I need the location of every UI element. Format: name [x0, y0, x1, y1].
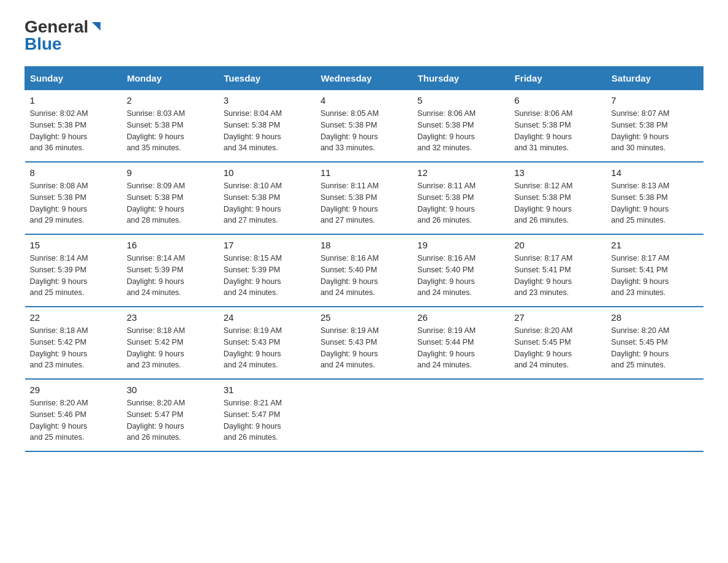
calendar-day-cell: 10 Sunrise: 8:10 AM Sunset: 5:38 PM Dayl…: [219, 162, 316, 234]
calendar-day-cell: 22 Sunrise: 8:18 AM Sunset: 5:42 PM Dayl…: [25, 307, 122, 379]
calendar-day-cell: 3 Sunrise: 8:04 AM Sunset: 5:38 PM Dayli…: [219, 90, 316, 163]
day-info: Sunrise: 8:12 AM Sunset: 5:38 PM Dayligh…: [514, 180, 601, 226]
day-info: Sunrise: 8:20 AM Sunset: 5:45 PM Dayligh…: [514, 325, 601, 371]
col-header-tuesday: Tuesday: [219, 67, 316, 90]
calendar-day-cell: 9 Sunrise: 8:09 AM Sunset: 5:38 PM Dayli…: [122, 162, 219, 234]
calendar-day-cell: 19 Sunrise: 8:16 AM Sunset: 5:40 PM Dayl…: [412, 234, 509, 307]
day-number: 19: [417, 240, 504, 250]
day-number: 27: [514, 312, 601, 323]
day-number: 31: [224, 385, 311, 395]
day-info: Sunrise: 8:10 AM Sunset: 5:38 PM Dayligh…: [224, 180, 311, 226]
day-number: 7: [611, 95, 698, 105]
calendar-table: SundayMondayTuesdayWednesdayThursdayFrid…: [25, 66, 703, 452]
day-info: Sunrise: 8:16 AM Sunset: 5:40 PM Dayligh…: [417, 253, 504, 299]
day-info: Sunrise: 8:14 AM Sunset: 5:39 PM Dayligh…: [30, 253, 117, 299]
calendar-day-cell: 26 Sunrise: 8:19 AM Sunset: 5:44 PM Dayl…: [412, 307, 509, 379]
empty-day-cell: [509, 379, 606, 451]
calendar-day-cell: 23 Sunrise: 8:18 AM Sunset: 5:42 PM Dayl…: [122, 307, 219, 379]
calendar-day-cell: 8 Sunrise: 8:08 AM Sunset: 5:38 PM Dayli…: [25, 162, 122, 234]
day-number: 20: [514, 240, 601, 250]
calendar-day-cell: 1 Sunrise: 8:02 AM Sunset: 5:38 PM Dayli…: [25, 90, 122, 163]
day-info: Sunrise: 8:08 AM Sunset: 5:38 PM Dayligh…: [30, 180, 117, 226]
calendar-day-cell: 17 Sunrise: 8:15 AM Sunset: 5:39 PM Dayl…: [219, 234, 316, 307]
day-number: 17: [224, 240, 311, 250]
day-info: Sunrise: 8:06 AM Sunset: 5:38 PM Dayligh…: [417, 108, 504, 154]
logo-arrow-icon: [89, 20, 103, 33]
day-info: Sunrise: 8:19 AM Sunset: 5:43 PM Dayligh…: [224, 325, 311, 371]
day-info: Sunrise: 8:18 AM Sunset: 5:42 PM Dayligh…: [127, 325, 214, 371]
logo-blue-text: Blue: [25, 34, 62, 54]
day-number: 29: [30, 385, 117, 395]
day-number: 1: [30, 95, 117, 105]
calendar-header-row: SundayMondayTuesdayWednesdayThursdayFrid…: [25, 67, 703, 90]
calendar-day-cell: 25 Sunrise: 8:19 AM Sunset: 5:43 PM Dayl…: [316, 307, 412, 379]
day-info: Sunrise: 8:19 AM Sunset: 5:44 PM Dayligh…: [417, 325, 504, 371]
day-info: Sunrise: 8:16 AM Sunset: 5:40 PM Dayligh…: [320, 253, 408, 299]
calendar-day-cell: 28 Sunrise: 8:20 AM Sunset: 5:45 PM Dayl…: [606, 307, 703, 379]
day-info: Sunrise: 8:20 AM Sunset: 5:46 PM Dayligh…: [30, 397, 117, 443]
day-number: 25: [320, 312, 408, 323]
day-info: Sunrise: 8:15 AM Sunset: 5:39 PM Dayligh…: [224, 253, 311, 299]
calendar-week-row: 1 Sunrise: 8:02 AM Sunset: 5:38 PM Dayli…: [25, 90, 703, 163]
empty-day-cell: [606, 379, 703, 451]
col-header-sunday: Sunday: [25, 67, 122, 90]
day-info: Sunrise: 8:20 AM Sunset: 5:45 PM Dayligh…: [611, 325, 698, 371]
calendar-day-cell: 29 Sunrise: 8:20 AM Sunset: 5:46 PM Dayl…: [25, 379, 122, 451]
day-info: Sunrise: 8:05 AM Sunset: 5:38 PM Dayligh…: [320, 108, 408, 154]
calendar-day-cell: 15 Sunrise: 8:14 AM Sunset: 5:39 PM Dayl…: [25, 234, 122, 307]
day-number: 6: [514, 95, 601, 105]
calendar-week-row: 22 Sunrise: 8:18 AM Sunset: 5:42 PM Dayl…: [25, 307, 703, 379]
calendar-day-cell: 21 Sunrise: 8:17 AM Sunset: 5:41 PM Dayl…: [606, 234, 703, 307]
col-header-friday: Friday: [509, 67, 606, 90]
day-number: 18: [320, 240, 408, 250]
day-info: Sunrise: 8:19 AM Sunset: 5:43 PM Dayligh…: [320, 325, 408, 371]
day-info: Sunrise: 8:04 AM Sunset: 5:38 PM Dayligh…: [224, 108, 311, 154]
empty-day-cell: [316, 379, 412, 451]
day-info: Sunrise: 8:13 AM Sunset: 5:38 PM Dayligh…: [611, 180, 698, 226]
day-info: Sunrise: 8:17 AM Sunset: 5:41 PM Dayligh…: [611, 253, 698, 299]
day-number: 15: [30, 240, 117, 250]
day-number: 13: [514, 167, 601, 178]
calendar-day-cell: 30 Sunrise: 8:20 AM Sunset: 5:47 PM Dayl…: [122, 379, 219, 451]
calendar-day-cell: 20 Sunrise: 8:17 AM Sunset: 5:41 PM Dayl…: [509, 234, 606, 307]
calendar-day-cell: 6 Sunrise: 8:06 AM Sunset: 5:38 PM Dayli…: [509, 90, 606, 163]
logo-general-text: General: [25, 18, 88, 36]
svg-marker-0: [92, 22, 100, 31]
calendar-day-cell: 14 Sunrise: 8:13 AM Sunset: 5:38 PM Dayl…: [606, 162, 703, 234]
day-info: Sunrise: 8:02 AM Sunset: 5:38 PM Dayligh…: [30, 108, 117, 154]
day-number: 28: [611, 312, 698, 323]
day-info: Sunrise: 8:11 AM Sunset: 5:38 PM Dayligh…: [320, 180, 408, 226]
day-number: 5: [417, 95, 504, 105]
calendar-week-row: 29 Sunrise: 8:20 AM Sunset: 5:46 PM Dayl…: [25, 379, 703, 451]
calendar-week-row: 8 Sunrise: 8:08 AM Sunset: 5:38 PM Dayli…: [25, 162, 703, 234]
day-info: Sunrise: 8:07 AM Sunset: 5:38 PM Dayligh…: [611, 108, 698, 154]
calendar-day-cell: 27 Sunrise: 8:20 AM Sunset: 5:45 PM Dayl…: [509, 307, 606, 379]
col-header-saturday: Saturday: [606, 67, 703, 90]
day-number: 23: [127, 312, 214, 323]
day-number: 21: [611, 240, 698, 250]
day-number: 3: [224, 95, 311, 105]
col-header-thursday: Thursday: [412, 67, 509, 90]
calendar-week-row: 15 Sunrise: 8:14 AM Sunset: 5:39 PM Dayl…: [25, 234, 703, 307]
day-info: Sunrise: 8:14 AM Sunset: 5:39 PM Dayligh…: [127, 253, 214, 299]
day-number: 22: [30, 312, 117, 323]
day-number: 24: [224, 312, 311, 323]
empty-day-cell: [412, 379, 509, 451]
day-info: Sunrise: 8:21 AM Sunset: 5:47 PM Dayligh…: [224, 397, 311, 443]
calendar-day-cell: 5 Sunrise: 8:06 AM Sunset: 5:38 PM Dayli…: [412, 90, 509, 163]
day-info: Sunrise: 8:09 AM Sunset: 5:38 PM Dayligh…: [127, 180, 214, 226]
calendar-day-cell: 24 Sunrise: 8:19 AM Sunset: 5:43 PM Dayl…: [219, 307, 316, 379]
day-number: 14: [611, 167, 698, 178]
day-number: 30: [127, 385, 214, 395]
calendar-day-cell: 16 Sunrise: 8:14 AM Sunset: 5:39 PM Dayl…: [122, 234, 219, 307]
page-header: General Blue: [25, 18, 703, 54]
day-number: 8: [30, 167, 117, 178]
day-info: Sunrise: 8:18 AM Sunset: 5:42 PM Dayligh…: [30, 325, 117, 371]
calendar-day-cell: 7 Sunrise: 8:07 AM Sunset: 5:38 PM Dayli…: [606, 90, 703, 163]
col-header-wednesday: Wednesday: [316, 67, 412, 90]
day-info: Sunrise: 8:03 AM Sunset: 5:38 PM Dayligh…: [127, 108, 214, 154]
calendar-day-cell: 18 Sunrise: 8:16 AM Sunset: 5:40 PM Dayl…: [316, 234, 412, 307]
day-number: 26: [417, 312, 504, 323]
col-header-monday: Monday: [122, 67, 219, 90]
calendar-day-cell: 4 Sunrise: 8:05 AM Sunset: 5:38 PM Dayli…: [316, 90, 412, 163]
